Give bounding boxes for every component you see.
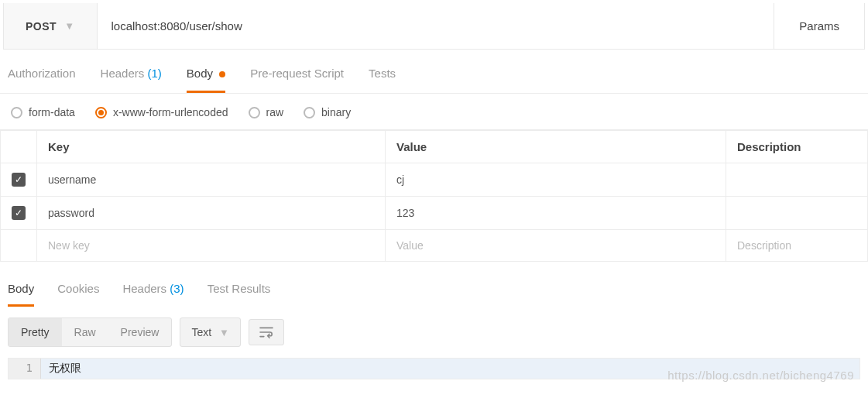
row-key[interactable]: password — [37, 197, 386, 230]
tab-headers-count: (1) — [147, 67, 161, 80]
tab-body[interactable]: Body — [187, 67, 225, 93]
row-check[interactable]: ✓ — [1, 197, 37, 230]
col-check — [1, 131, 37, 163]
params-button[interactable]: Params — [774, 3, 864, 49]
radio-urlencoded[interactable]: x-www-form-urlencoded — [95, 106, 228, 118]
tab-tests[interactable]: Tests — [369, 67, 396, 93]
http-method-label: POST — [26, 20, 57, 33]
response-toolbar: Pretty Raw Preview Text ▼ — [0, 307, 868, 358]
table-row[interactable]: ✓ password 123 — [1, 197, 868, 230]
resp-tab-body[interactable]: Body — [8, 282, 34, 307]
new-key-input[interactable]: New key — [37, 230, 386, 262]
raw-button[interactable]: Raw — [62, 318, 108, 346]
col-key: Key — [37, 131, 386, 163]
format-select[interactable]: Text ▼ — [180, 317, 241, 347]
row-check[interactable]: ✓ — [1, 163, 37, 197]
row-desc[interactable] — [726, 197, 868, 230]
http-method-select[interactable]: POST ▼ — [4, 3, 98, 49]
row-desc[interactable] — [726, 163, 868, 197]
new-desc-input[interactable]: Description — [726, 230, 868, 262]
resp-tab-headers[interactable]: Headers (3) — [122, 282, 184, 307]
response-body: 1 无权限 — [8, 358, 860, 379]
line-content: 无权限 — [41, 359, 89, 379]
row-value[interactable]: 123 — [386, 197, 726, 230]
request-tabs: Authorization Headers (1) Body Pre-reque… — [0, 50, 868, 94]
request-bar: POST ▼ Params — [3, 3, 865, 50]
checkbox-checked-icon: ✓ — [12, 206, 26, 220]
col-value: Value — [386, 131, 726, 163]
radio-raw[interactable]: raw — [249, 106, 284, 118]
row-value[interactable]: cj — [386, 163, 726, 197]
active-dot-icon — [219, 71, 225, 77]
radio-raw-label: raw — [266, 106, 284, 118]
resp-tab-headers-label: Headers — [122, 282, 166, 295]
radio-form-data-label: form-data — [29, 106, 75, 118]
col-desc: Description — [726, 131, 868, 163]
tab-headers-label: Headers — [101, 67, 145, 80]
radio-form-data[interactable]: form-data — [11, 106, 75, 118]
line-number: 1 — [9, 359, 41, 379]
radio-icon — [95, 107, 107, 118]
body-params-table: Key Value Description ✓ username cj ✓ pa… — [0, 130, 868, 262]
radio-binary-label: binary — [321, 106, 351, 118]
view-mode-group: Pretty Raw Preview — [8, 317, 172, 347]
tab-headers[interactable]: Headers (1) — [101, 67, 162, 93]
code-line[interactable]: 1 无权限 — [9, 359, 859, 379]
row-key[interactable]: username — [37, 163, 386, 197]
request-url-input[interactable] — [98, 3, 774, 49]
response-tabs: Body Cookies Headers (3) Test Results — [0, 262, 868, 307]
tab-prerequest[interactable]: Pre-request Script — [250, 67, 344, 93]
body-type-row: form-data x-www-form-urlencoded raw bina… — [0, 94, 868, 130]
radio-binary[interactable]: binary — [304, 106, 351, 118]
wrap-lines-button[interactable] — [249, 319, 284, 345]
radio-icon — [249, 107, 260, 118]
radio-icon — [11, 107, 22, 118]
resp-tab-headers-count: (3) — [170, 282, 184, 295]
pretty-button[interactable]: Pretty — [9, 318, 62, 346]
new-value-input[interactable]: Value — [386, 230, 726, 262]
row-check — [1, 230, 37, 262]
chevron-down-icon: ▼ — [219, 327, 229, 338]
chevron-down-icon: ▼ — [64, 20, 74, 32]
wrap-icon — [259, 326, 274, 338]
tab-authorization[interactable]: Authorization — [8, 67, 76, 93]
resp-tab-tests[interactable]: Test Results — [208, 282, 271, 307]
table-row[interactable]: ✓ username cj — [1, 163, 868, 197]
checkbox-checked-icon: ✓ — [12, 173, 26, 187]
tab-body-label: Body — [187, 67, 213, 80]
resp-tab-cookies[interactable]: Cookies — [57, 282, 99, 307]
table-row-new[interactable]: New key Value Description — [1, 230, 868, 262]
radio-icon — [304, 107, 315, 118]
format-label: Text — [191, 326, 211, 338]
radio-urlencoded-label: x-www-form-urlencoded — [113, 106, 228, 118]
preview-button[interactable]: Preview — [108, 318, 172, 346]
